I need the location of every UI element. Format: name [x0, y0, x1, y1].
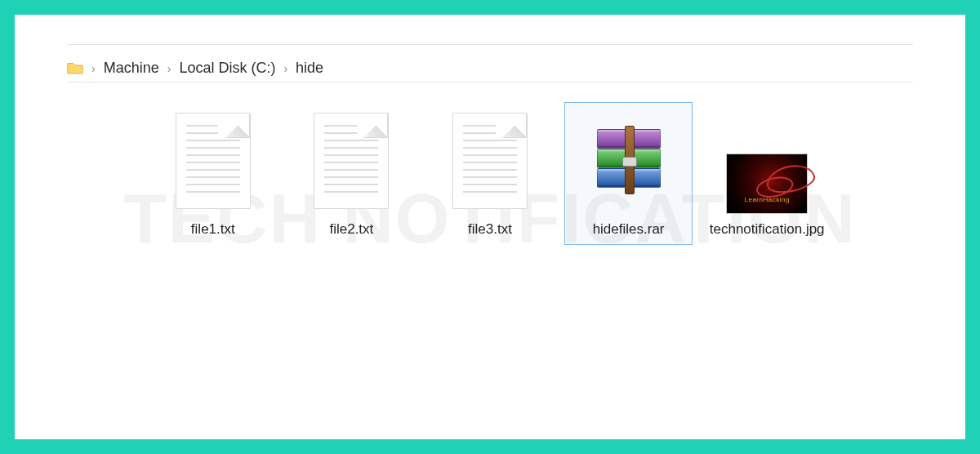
file-name-label: hidefiles.rar	[593, 220, 665, 238]
chevron-right-icon: ›	[91, 62, 96, 75]
file-name-label: file1.txt	[191, 220, 235, 238]
image-thumbnail-icon: LearnHacking	[726, 108, 808, 214]
file-name-label: technotification.jpg	[710, 220, 825, 238]
file-grid: file1.txt file2.txt file3.txt	[34, 82, 946, 245]
folder-icon	[67, 61, 83, 76]
file-name-label: file2.txt	[329, 220, 373, 238]
breadcrumb[interactable]: › Machine › Local Disk (C:) › hide	[67, 60, 913, 82]
file-item[interactable]: hidefiles.rar	[564, 102, 693, 245]
file-item[interactable]: file1.txt	[149, 102, 278, 245]
explorer-window: TECH NOTIFICATION › Machine › Local Disk…	[15, 15, 965, 439]
text-file-icon	[449, 108, 531, 214]
breadcrumb-item[interactable]: Machine	[104, 60, 159, 77]
text-file-icon	[310, 108, 392, 214]
chevron-right-icon: ›	[283, 62, 287, 75]
rar-archive-icon	[588, 108, 670, 214]
file-item[interactable]: LearnHacking technotification.jpg	[702, 102, 831, 245]
breadcrumb-item[interactable]: Local Disk (C:)	[179, 60, 275, 77]
breadcrumb-item[interactable]: hide	[296, 60, 323, 77]
divider-top	[67, 44, 913, 45]
file-item[interactable]: file3.txt	[425, 102, 555, 245]
text-file-icon	[172, 108, 254, 214]
file-item[interactable]: file2.txt	[287, 102, 416, 245]
file-name-label: file3.txt	[468, 220, 512, 238]
chevron-right-icon: ›	[167, 62, 172, 75]
